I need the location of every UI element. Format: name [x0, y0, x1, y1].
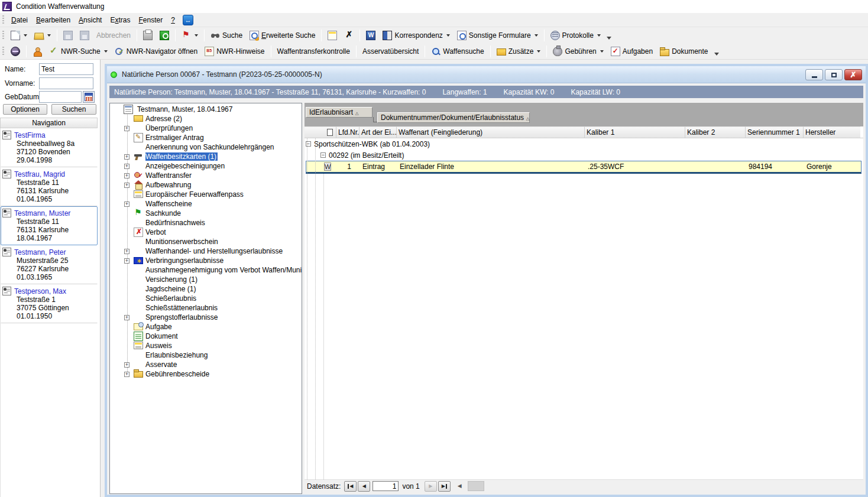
navigation-entry[interactable]: Testmann, Peter Musterstraße 25 76227 Ka…: [1, 245, 98, 284]
delete-button[interactable]: [341, 28, 357, 43]
tree-item[interactable]: Dokument: [110, 332, 302, 341]
save-button[interactable]: [60, 28, 76, 43]
column-header-kaliber2[interactable]: Kaliber 2: [685, 126, 746, 138]
expand-icon[interactable]: +: [124, 249, 129, 254]
optionen-button[interactable]: Optionen: [3, 104, 47, 115]
gebuehren-button[interactable]: Gebühren: [550, 44, 606, 59]
menu-item-ansicht[interactable]: Ansicht: [75, 14, 106, 26]
teamviewer-icon[interactable]: ↔: [183, 15, 193, 25]
tree-item[interactable]: Aufgabe: [110, 322, 302, 332]
tree-item[interactable]: Sachkunde: [110, 209, 302, 218]
menubar-grip[interactable]: [2, 15, 4, 25]
expand-icon[interactable]: +: [124, 173, 129, 178]
abbrechen-button[interactable]: Abbrechen: [93, 28, 134, 43]
expand-icon[interactable]: +: [124, 258, 129, 264]
open-button[interactable]: [31, 28, 54, 43]
menu-item-extras[interactable]: Extras: [106, 14, 134, 26]
vorname-input[interactable]: [39, 77, 93, 89]
support-user-button[interactable]: [8, 44, 23, 59]
hscroll-left-arrow[interactable]: ◀: [455, 481, 464, 491]
next-record-button[interactable]: ▶: [425, 481, 437, 492]
column-header-seriennummer1[interactable]: Seriennummer 1: [746, 126, 804, 138]
zusaetze-caret[interactable]: [537, 50, 540, 53]
asservatuebersicht-button[interactable]: Asservatübersicht: [359, 44, 422, 59]
name-input[interactable]: [39, 63, 93, 75]
expand-icon[interactable]: +: [124, 164, 129, 169]
column-header-hersteller[interactable]: Hersteller: [804, 126, 860, 138]
expand-icon[interactable]: +: [124, 362, 129, 368]
suche-button[interactable]: Suche: [208, 28, 245, 43]
protokolle-caret[interactable]: [597, 34, 601, 37]
toolbar1-overflow[interactable]: [607, 37, 611, 40]
restore-button[interactable]: [825, 69, 843, 80]
hscroll-thumb[interactable]: [468, 481, 484, 491]
previous-record-button[interactable]: ◀: [358, 481, 370, 492]
word-button[interactable]: W: [363, 28, 378, 43]
tree-item[interactable]: Verbot: [110, 228, 302, 237]
new-dropdown-caret[interactable]: [24, 34, 27, 37]
suchen-button[interactable]: Suchen: [51, 104, 96, 115]
tree-item[interactable]: Schießstättenerlaubnis: [110, 303, 302, 313]
column-header-waffenart[interactable]: Waffenart (Feingliederung): [397, 126, 585, 138]
column-header-lfdnr[interactable]: Lfd.Nr.: [336, 126, 359, 138]
menu-item-datei[interactable]: Datei: [7, 14, 32, 26]
menu-item-bearbeiten[interactable]: Bearbeiten: [32, 14, 75, 26]
menu-item-?[interactable]: ?: [167, 14, 179, 26]
navigation-entry[interactable]: Testmann, Muster Teststraße 11 76131 Kar…: [1, 206, 98, 245]
nwr-suche-button[interactable]: NWR-Suche: [46, 44, 111, 59]
tree-item[interactable]: Ausweis: [110, 341, 302, 350]
tree-item[interactable]: +Sprengstofferlaubnisse: [110, 313, 302, 322]
tree-item[interactable]: Jagdscheine (1): [110, 284, 302, 294]
first-record-button[interactable]: ◀: [344, 481, 357, 492]
person-button[interactable]: [30, 44, 45, 59]
tree-item[interactable]: +Waffenbesitzkarten (1): [110, 152, 302, 161]
formulare-caret[interactable]: [535, 34, 538, 37]
groupbox-iderlaubnisart[interactable]: IdErlaubnisart△: [306, 107, 373, 118]
toolbar1-grip[interactable]: [2, 31, 4, 40]
toolbar2-overflow[interactable]: [714, 53, 719, 56]
expand-icon[interactable]: +: [124, 315, 129, 320]
person-window-titlebar[interactable]: Natürliche Person 00067 - Testmann (P202…: [107, 66, 866, 83]
korrespondenz-caret[interactable]: [446, 34, 450, 37]
flag-button[interactable]: [179, 28, 201, 43]
tree-item[interactable]: Versicherung (1): [110, 275, 302, 284]
protokolle-button[interactable]: Protokolle: [548, 28, 604, 43]
column-header-doc[interactable]: [305, 126, 336, 138]
tree-item[interactable]: +Aufbewahrung: [110, 180, 302, 190]
group-row-wbk[interactable]: − Sportschützen-WBK (ab 01.04.2003): [305, 138, 863, 150]
navigation-entry[interactable]: TestFirma Schneeballweg 8a 37120 Bovende…: [1, 128, 98, 167]
waffentransferkontrolle-button[interactable]: Waffentransferkontrolle: [274, 44, 353, 59]
print-button[interactable]: [140, 28, 156, 43]
expand-icon[interactable]: +: [124, 126, 129, 131]
tree-item[interactable]: Erstmaliger Antrag: [110, 133, 302, 142]
tree-item[interactable]: Adresse (2): [110, 114, 302, 124]
last-record-button[interactable]: ▶: [438, 481, 451, 492]
tree-item[interactable]: Europäischer Feuerwaffenpass: [110, 190, 302, 199]
groupbox-dokumentnummer[interactable]: Dokumentnummer/Dokument/Erlaubnisstatus△: [377, 112, 530, 123]
navigation-entry[interactable]: Testfrau, Magrid Teststraße 11 76131 Kar…: [1, 167, 98, 206]
open-dropdown-caret[interactable]: [47, 34, 51, 37]
tree-item[interactable]: +Anzeigebescheinigungen: [110, 161, 302, 171]
tree-item[interactable]: Ausnahmegenehmigung vom Verbot Waffen/Mu…: [110, 265, 302, 275]
korrespondenz-button[interactable]: Korrespondenz: [380, 28, 452, 43]
tree-item[interactable]: Testmann, Muster, 18.04.1967: [110, 105, 302, 114]
nwr-hinweise-button[interactable]: NWR-Hinweise: [202, 44, 267, 59]
tree-item[interactable]: Anerkennung von Sachkundelehrgängen: [110, 142, 302, 152]
gebdatum-input[interactable]: [39, 91, 82, 103]
close-button[interactable]: ✗: [844, 69, 862, 80]
tree-item[interactable]: Erlaubnisbeziehung: [110, 350, 302, 360]
zusaetze-button[interactable]: Zusätze: [494, 44, 544, 59]
tree-item[interactable]: +Waffentransfer: [110, 171, 302, 180]
toolbar2-grip[interactable]: [2, 47, 4, 56]
nwr-navigator-button[interactable]: NWR-Navigator öffnen: [112, 44, 201, 59]
new-button[interactable]: [8, 28, 30, 43]
weapon-row[interactable]: W 1 Eintrag Einzellader Flinte .25-35WCF…: [306, 161, 861, 174]
expand-icon[interactable]: +: [124, 202, 129, 207]
tree-item[interactable]: Bedürfnisnachweis: [110, 218, 302, 228]
expand-icon[interactable]: +: [124, 372, 129, 377]
navigation-entry[interactable]: Testperson, Max Teststraße 1 37075 Götti…: [1, 284, 98, 323]
save-all-button[interactable]: [77, 28, 92, 43]
calendar-button[interactable]: [83, 91, 95, 103]
erweiterte-suche-button[interactable]: Erweiterte Suche: [247, 28, 318, 43]
tree-item[interactable]: Munitionserwerbschein: [110, 237, 302, 246]
